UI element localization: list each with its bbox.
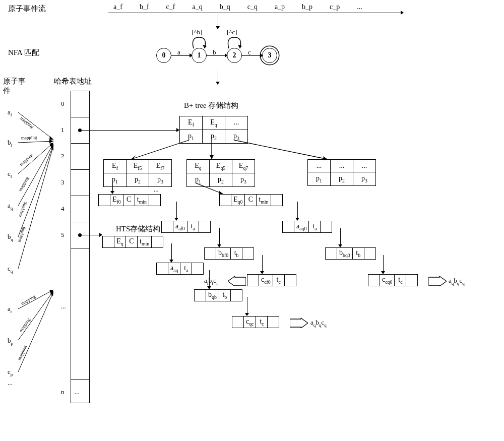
nfa-node-1: 1 <box>192 48 207 63</box>
svg-line-8 <box>18 144 53 206</box>
hts-c: cqctc <box>232 316 279 328</box>
bptree-root: EfEq... p1p2p3 <box>179 116 248 144</box>
chainF-a: aaf0ta <box>161 221 211 233</box>
hidx-3: 3 <box>61 178 65 186</box>
arrow-l2q-leafq <box>196 183 226 195</box>
outHTS-text: aqbqcq <box>310 319 327 328</box>
svg-marker-23 <box>210 155 214 159</box>
nfa-loop-2 <box>226 35 243 49</box>
stream-5: c_q <box>247 3 258 11</box>
stream-row: a_f b_f c_f a_q b_q c_q a_p b_p c_p ... <box>113 3 362 11</box>
svg-marker-21 <box>131 155 136 159</box>
svg-marker-28 <box>228 276 246 286</box>
outarrow-q <box>428 276 447 286</box>
atom-3: aq <box>8 202 13 211</box>
nfa-edge-c: c <box>248 48 251 56</box>
hts-a: aaqta <box>156 263 204 275</box>
arrow-hash1-root <box>82 130 177 131</box>
label-hts: HTS存储结构 <box>116 224 160 234</box>
svg-marker-30 <box>290 318 308 328</box>
hidx-0: 0 <box>61 100 65 108</box>
hidx-n: n <box>61 388 65 396</box>
stream-arrow-head <box>401 11 404 15</box>
hts-b: bqbtb <box>194 289 242 301</box>
svg-marker-3 <box>49 136 53 140</box>
nfa-node-2: 2 <box>227 48 242 63</box>
svg-marker-1 <box>238 45 242 48</box>
stream-arrow <box>108 13 401 13</box>
hidx-1: 1 <box>61 126 65 134</box>
label-hash-addr: 哈希表地址 <box>54 77 92 86</box>
stream-2: c_f <box>166 3 175 11</box>
hash-n-dots: ... <box>75 388 80 396</box>
chainQ-b: bbq0tb <box>325 247 376 260</box>
stream-8: c_p <box>330 3 340 11</box>
chainF-c: ccf0tc <box>247 274 296 286</box>
atom-8: cp <box>8 368 13 377</box>
svg-line-4 <box>18 141 53 143</box>
nfa-loop-1 <box>191 35 208 49</box>
map-1: mapping <box>21 135 37 140</box>
outarrow-hts <box>290 318 308 328</box>
label-atom-event: 原子事 件 <box>3 77 26 96</box>
hidx-5: 5 <box>61 231 65 239</box>
chainF-b: bbf0tb <box>204 247 254 260</box>
svg-marker-0 <box>203 45 207 48</box>
hidx-dots: ... <box>61 302 66 310</box>
hidx-2: 2 <box>61 152 65 160</box>
label-stream: 原子事件流 <box>8 4 46 14</box>
leaf-f-dots: ... <box>154 185 159 194</box>
atom-dots: ... <box>8 379 13 387</box>
stream-1: b_f <box>140 3 149 11</box>
root-branches <box>116 140 358 160</box>
hidx-4: 4 <box>61 205 65 213</box>
hts-head: EqCtmin <box>102 236 163 248</box>
stream-3: a_q <box>192 3 202 11</box>
stream-7: b_p <box>302 3 312 11</box>
arrow-nfa-struct-head <box>216 82 220 85</box>
outQ-text: aqbqcq <box>449 277 465 286</box>
nfa-node-0: 0 <box>156 48 171 63</box>
label-nfa: NFA 匹配 <box>8 48 39 57</box>
stream-6: a_p <box>275 3 285 11</box>
l2-node-f: EfEf5Ef7 p1p2p3 <box>103 159 172 187</box>
atom-5: cq <box>8 265 13 274</box>
atom-4: bq <box>8 233 13 242</box>
arrow-hash5-hts <box>82 235 100 235</box>
atom-7: bp <box>8 337 13 346</box>
hash-dot-5 <box>78 233 82 237</box>
svg-line-24 <box>234 140 328 159</box>
l2-node-dots: ......... p1p2p3 <box>307 159 376 186</box>
atom-2: cf <box>8 170 12 179</box>
label-bptree: B+ tree 存储结构 <box>184 101 238 110</box>
stream-4: b_q <box>220 3 230 11</box>
nfa-loop-1-label: [^b] <box>192 28 202 36</box>
nfa-loop-2-label: [^c] <box>227 28 237 36</box>
hash-dot-1 <box>78 129 82 132</box>
outF-text: afbfcf <box>204 277 218 286</box>
svg-marker-5 <box>49 140 53 143</box>
chainQ-a: aaq0ta <box>282 221 332 233</box>
arrow-stream-nfa-head <box>216 26 220 29</box>
leaf-q: Eq0Ctmin <box>219 194 283 206</box>
outarrow-f <box>228 276 246 286</box>
atom-1: bf <box>8 139 13 148</box>
svg-line-20 <box>131 140 189 159</box>
nfa-node-3: 3 <box>262 48 277 63</box>
svg-marker-29 <box>428 276 447 286</box>
leaf-f: Ef0Ctmin <box>98 194 161 206</box>
nfa-edge-a: a <box>177 48 180 56</box>
atom-6: ar <box>8 305 12 314</box>
stream-0: a_f <box>113 3 122 11</box>
atom-0: af <box>8 108 12 117</box>
hash-column <box>71 91 90 403</box>
nfa-edge-b: b <box>213 48 216 56</box>
chainQ-c: ccq0tc <box>368 274 418 286</box>
arrow-nfa-struct <box>218 71 218 83</box>
stream-9: ... <box>357 3 362 11</box>
arrow-stream-nfa <box>218 15 218 27</box>
